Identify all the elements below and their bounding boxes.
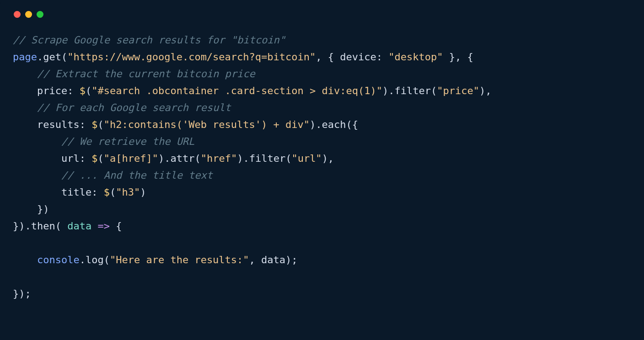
string-selector: "#search .obcontainer .card-section > di…	[91, 85, 382, 96]
minimize-icon[interactable]	[25, 11, 32, 18]
method-filter: filter	[394, 85, 430, 96]
string-url: "https://www.google.com/search?q=bitcoin…	[67, 51, 316, 63]
method-filter: filter	[249, 153, 285, 164]
identifier-data: data	[261, 254, 285, 266]
comment-line: // Extract the current bitcoin price	[37, 68, 255, 80]
comment-line: // ... And the title text	[61, 170, 213, 181]
comment-line: // We retrieve the URL	[61, 136, 194, 147]
string-desktop: "desktop"	[388, 51, 443, 63]
string-selector: "h2:contains('Web results') + div"	[104, 119, 310, 130]
close-icon[interactable]	[14, 11, 21, 18]
window-titlebar	[0, 0, 644, 18]
arrow-fn: =>	[97, 220, 110, 232]
prop-device: device	[340, 51, 376, 63]
maximize-icon[interactable]	[37, 11, 43, 18]
string-href: "href"	[201, 153, 237, 164]
dollar-fn: $	[91, 153, 97, 164]
dollar-fn: $	[91, 119, 97, 130]
string-price: "price"	[437, 85, 479, 96]
method-attr: attr	[170, 153, 194, 164]
prop-url: url	[61, 153, 80, 164]
string-h3: "h3"	[116, 186, 140, 198]
method-get: get	[43, 51, 61, 63]
string-msg: "Here are the results:"	[110, 254, 249, 266]
prop-title: title	[61, 186, 91, 198]
method-each: each	[322, 119, 346, 130]
code-window: // Scrape Google search results for "bit…	[0, 0, 644, 340]
method-then: then	[31, 220, 55, 232]
method-log: log	[86, 254, 104, 266]
string-url-filter: "url"	[291, 153, 322, 164]
identifier-console: console	[37, 254, 80, 266]
prop-results: results	[37, 119, 80, 130]
comment-line: // For each Google search result	[37, 102, 231, 113]
dollar-fn: $	[104, 186, 110, 198]
identifier-page: page	[13, 51, 37, 63]
prop-price: price	[37, 85, 67, 96]
dollar-fn: $	[80, 85, 86, 96]
code-editor[interactable]: // Scrape Google search results for "bit…	[0, 18, 644, 311]
param-data: data	[67, 220, 91, 232]
comment-line: // Scrape Google search results for "bit…	[13, 34, 285, 46]
string-selector: "a[href]"	[104, 153, 158, 164]
